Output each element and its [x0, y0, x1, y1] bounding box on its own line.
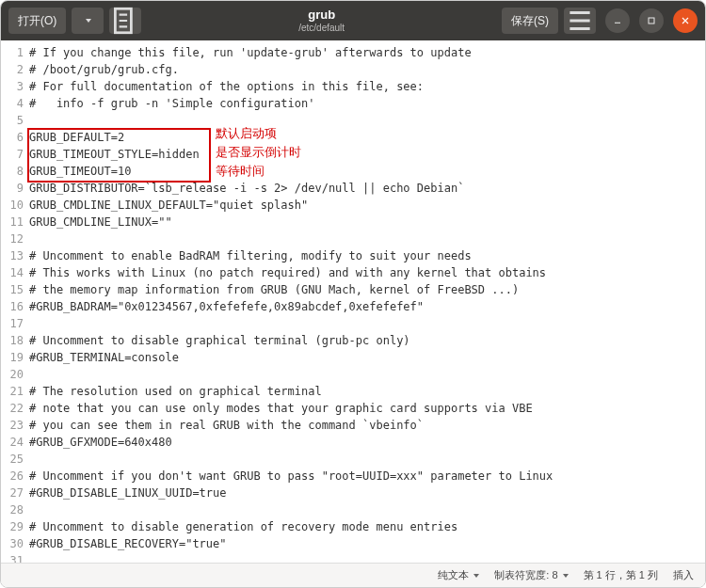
maximize-icon [646, 15, 657, 26]
titlebar: 打开(O) grub /etc/default 保存(S) [1, 1, 705, 40]
line-number: 31 [1, 552, 29, 563]
line-number: 7 [1, 146, 29, 163]
code-line[interactable]: 9GRUB_DISTRIBUTOR=`lsb_release -i -s 2> … [1, 180, 705, 197]
line-number: 18 [1, 332, 29, 349]
code-line[interactable]: 22# note that you can use only modes tha… [1, 400, 705, 417]
line-number: 13 [1, 247, 29, 264]
code-line[interactable]: 24#GRUB_GFXMODE=640x480 [1, 434, 705, 451]
line-number: 27 [1, 485, 29, 501]
code-text [29, 112, 705, 129]
code-line[interactable]: 19#GRUB_TERMINAL=console [1, 349, 705, 366]
code-text: # /boot/grub/grub.cfg. [29, 61, 705, 78]
code-text: # you can see them in real GRUB with the… [29, 417, 705, 434]
chevron-down-icon [473, 574, 479, 578]
line-number: 24 [1, 434, 29, 451]
syntax-selector[interactable]: 纯文本 [438, 568, 479, 582]
line-number: 8 [1, 163, 29, 180]
open-dropdown-button[interactable] [72, 8, 104, 34]
tabwidth-selector[interactable]: 制表符宽度: 8 [494, 568, 568, 582]
code-line[interactable]: 31 [1, 552, 705, 563]
line-number: 9 [1, 180, 29, 197]
new-tab-button[interactable] [109, 8, 141, 34]
code-text: #GRUB_GFXMODE=640x480 [29, 434, 705, 451]
close-icon [680, 15, 691, 26]
line-number: 16 [1, 298, 29, 315]
code-text: # The resolution used on graphical termi… [29, 383, 705, 400]
line-number: 28 [1, 501, 29, 518]
line-number: 17 [1, 315, 29, 332]
line-number: 29 [1, 518, 29, 535]
code-text: #GRUB_TERMINAL=console [29, 349, 705, 366]
text-editor[interactable]: 1# If you change this file, run 'update-… [1, 40, 705, 563]
code-line[interactable]: 8GRUB_TIMEOUT=10 [1, 163, 705, 180]
line-number: 10 [1, 197, 29, 214]
code-line[interactable]: 10GRUB_CMDLINE_LINUX_DEFAULT="quiet spla… [1, 197, 705, 214]
syntax-label: 纯文本 [438, 568, 469, 582]
code-text: GRUB_CMDLINE_LINUX="" [29, 214, 705, 230]
code-text: # info -f grub -n 'Simple configuration' [29, 95, 705, 112]
code-line[interactable]: 17 [1, 315, 705, 332]
line-number: 2 [1, 61, 29, 78]
line-number: 1 [1, 44, 29, 61]
code-line[interactable]: 3# For full documentation of the options… [1, 78, 705, 95]
hamburger-menu-button[interactable] [564, 8, 596, 34]
code-line[interactable]: 4# info -f grub -n 'Simple configuration… [1, 95, 705, 112]
code-text: # note that you can use only modes that … [29, 400, 705, 417]
insert-mode[interactable]: 插入 [673, 568, 694, 582]
code-line[interactable]: 20 [1, 366, 705, 383]
minimize-icon [612, 15, 623, 26]
code-line[interactable]: 6GRUB_DEFAULT=2 [1, 129, 705, 146]
cursor-position: 第 1 行，第 1 列 [584, 568, 658, 582]
code-line[interactable]: 15# the memory map information from GRUB… [1, 281, 705, 298]
code-line[interactable]: 26# Uncomment if you don't want GRUB to … [1, 468, 705, 485]
statusbar: 纯文本 制表符宽度: 8 第 1 行，第 1 列 插入 [1, 563, 705, 587]
code-line[interactable]: 30#GRUB_DISABLE_RECOVERY="true" [1, 535, 705, 552]
position-label: 第 1 行，第 1 列 [584, 568, 658, 582]
close-button[interactable] [673, 8, 698, 33]
code-text: # Uncomment to enable BadRAM filtering, … [29, 247, 705, 264]
line-number: 25 [1, 451, 29, 468]
code-text [29, 451, 705, 468]
line-number: 6 [1, 129, 29, 146]
code-line[interactable]: 27#GRUB_DISABLE_LINUX_UUID=true [1, 485, 705, 501]
code-line[interactable]: 5 [1, 112, 705, 129]
code-line[interactable]: 16#GRUB_BADRAM="0x01234567,0xfefefefe,0x… [1, 298, 705, 315]
hamburger-icon [564, 5, 596, 37]
code-text: #GRUB_BADRAM="0x01234567,0xfefefefe,0x89… [29, 298, 705, 315]
code-line[interactable]: 12 [1, 230, 705, 247]
code-text [29, 315, 705, 332]
code-text: # This works with Linux (no patch requir… [29, 264, 705, 281]
window-subtitle: /etc/default [147, 23, 496, 33]
code-text: # Uncomment if you don't want GRUB to pa… [29, 468, 705, 485]
code-line[interactable]: 2# /boot/grub/grub.cfg. [1, 61, 705, 78]
code-line[interactable]: 23# you can see them in real GRUB with t… [1, 417, 705, 434]
maximize-button[interactable] [639, 8, 664, 33]
code-line[interactable]: 25 [1, 451, 705, 468]
code-text [29, 552, 705, 563]
mode-label: 插入 [673, 568, 694, 582]
code-line[interactable]: 28 [1, 501, 705, 518]
code-text: GRUB_TIMEOUT_STYLE=hidden [29, 146, 705, 163]
code-line[interactable]: 7GRUB_TIMEOUT_STYLE=hidden [1, 146, 705, 163]
line-number: 20 [1, 366, 29, 383]
save-button[interactable]: 保存(S) [502, 8, 558, 34]
code-line[interactable]: 29# Uncomment to disable generation of r… [1, 518, 705, 535]
code-line[interactable]: 18# Uncomment to disable graphical termi… [1, 332, 705, 349]
code-text: GRUB_DEFAULT=2 [29, 129, 705, 146]
code-line[interactable]: 21# The resolution used on graphical ter… [1, 383, 705, 400]
code-text: # Uncomment to disable generation of rec… [29, 518, 705, 535]
code-line[interactable]: 1# If you change this file, run 'update-… [1, 44, 705, 61]
line-number: 14 [1, 264, 29, 281]
code-text: # If you change this file, run 'update-g… [29, 44, 705, 61]
line-number: 11 [1, 214, 29, 230]
open-button[interactable]: 打开(O) [8, 8, 66, 34]
code-line[interactable]: 14# This works with Linux (no patch requ… [1, 264, 705, 281]
code-text: # Uncomment to disable graphical termina… [29, 332, 705, 349]
line-number: 5 [1, 112, 29, 129]
code-line[interactable]: 11GRUB_CMDLINE_LINUX="" [1, 214, 705, 230]
code-text [29, 230, 705, 247]
line-number: 3 [1, 78, 29, 95]
minimize-button[interactable] [605, 8, 630, 33]
code-text: GRUB_CMDLINE_LINUX_DEFAULT="quiet splash… [29, 197, 705, 214]
code-line[interactable]: 13# Uncomment to enable BadRAM filtering… [1, 247, 705, 264]
